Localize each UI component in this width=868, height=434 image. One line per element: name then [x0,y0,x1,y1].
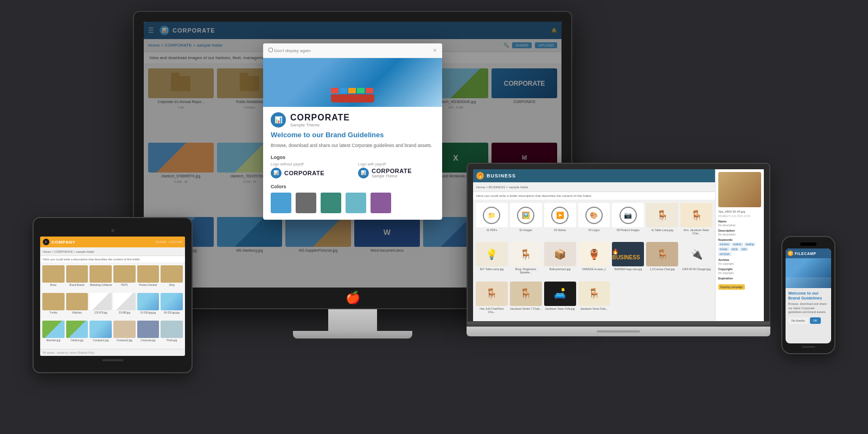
ipad-outer: C COMPANY SHARE UPLOAD Home > CORPORATE … [33,217,193,373]
filecamp-ok-button[interactable]: OK [810,317,821,324]
biz-label: BURNED-logo-size.jpg [614,267,642,271]
filecamp-cancel-button[interactable]: No thanks [788,317,808,324]
laptop-device: 🔥 BUSINESS Home > BUSINESS > sample fold… [467,163,770,336]
company-breadcrumb: Home > CORPORATE > sample folder [43,250,94,253]
biz-item[interactable]: 🔥 BUSINESS BURNED-logo-size.jpg [612,242,644,279]
co-item[interactable]: Outdoor.jpg [66,321,88,347]
co-item[interactable]: Brand Boards [66,265,88,291]
co-item[interactable]: Marketing Collateral [90,265,112,291]
co-label: Mountain.jpg [46,339,60,342]
color-swatch-teal [321,193,341,213]
co-label: 23-098.jpg [119,311,130,314]
biz-item[interactable]: 🪑 Burg. Dingemans Speekte... [510,242,542,279]
co-item[interactable]: Shop [161,265,183,291]
side-copyright-label: Copyright [718,267,761,271]
biz-item[interactable]: 🔌 1464 AP-W Charger.jpg [680,242,712,279]
co-item[interactable]: Watches [66,293,88,319]
biz-item[interactable]: 🏺 DANESE-w-vase_n [578,242,610,279]
co-item[interactable]: 10-330-jpg.jpg [137,293,159,319]
biz-item[interactable]: 🪑 Jacobsen Series 7 Chair... [510,282,542,318]
modal-colors-section: Colors [271,184,435,213]
company-upload-btn[interactable]: UPLOAD [169,240,182,244]
co-item[interactable]: 123-678.jpg [90,293,112,319]
side-tag[interactable]: outdoor [732,242,743,246]
biz-item[interactable]: 📷 05 Product Images [612,203,644,240]
biz-item[interactable]: 🪑 1,3 Corona Chair.jpg [646,242,678,279]
co-item[interactable]: 23-098.jpg [113,293,136,319]
business-fire-label: 🔥 BUSINESS [612,248,644,260]
co-item[interactable]: Brass [42,265,65,291]
co-item[interactable]: Product General [137,265,159,291]
biz-thumb: 🪑 [578,282,610,306]
side-expiration-label: Expiration [718,277,761,280]
folder-thumb [42,293,65,310]
laptop-base-notch [597,330,640,333]
furniture-icon: 🛋️ [544,282,576,306]
side-tag[interactable]: furniture [718,242,731,246]
furniture-icon: 🔌 [680,242,712,266]
side-filename: Ype_#903-26-44.jpg [718,210,761,213]
image-thumb [113,293,136,310]
company-share-btn[interactable]: SHARE [156,240,167,244]
logo-with-payoff: Logo with payoff 📊 CORPORATE Sample Them… [358,162,435,178]
status-badge: Expiring campaign [718,284,745,290]
furniture-icon: 🏺 [578,242,610,266]
company-toolbar: Home > CORPORATE > sample folder [40,247,185,256]
co-label: Company1.jpg [93,339,108,342]
co-item[interactable]: Company1.jpg [90,321,112,347]
biz-item[interactable]: 🪑 Arm. Jacobsen Swan Chai... [680,203,712,240]
biz-item[interactable]: 🪑 Jacobsen Swan Sofa... [578,282,610,318]
co-item[interactable]: Photo.jpg [161,321,183,347]
furniture-icon: 💡 [476,242,508,266]
modal-logos-title: Logos [271,155,435,160]
co-label: Shop [169,284,175,286]
co-item[interactable]: Corporate.jpg [137,321,159,347]
ipad-footer: 84 assets · sorted by: name (Shallow Pol… [40,349,185,356]
co-item[interactable]: PDFS [113,265,136,291]
pdfs-icon: 📁 [483,207,500,224]
co-item[interactable]: T-shirts [42,293,65,319]
side-tag[interactable]: teak [740,247,748,251]
filecamp-icon-letter: F [789,252,792,255]
co-item[interactable]: Company2.jpg [113,321,136,347]
co-label: Brass [50,284,57,286]
co-item[interactable]: Mountain.jpg [42,321,65,347]
biz-item[interactable]: 🖼️ 02 Images [510,203,542,240]
co-item[interactable]: 60-333-jpg.jpg [161,293,183,319]
dont-show-checkbox[interactable] [269,48,273,52]
biz-item[interactable]: 📁 01 PDFs [476,203,508,240]
biz-label: Arm. Jacobsen Swan Chai... [680,228,712,235]
business-toolbar: Home > BUSINESS > sample folder [473,182,715,192]
logo-icon-2: 📊 [358,168,369,178]
modal-header: Don't display again × [263,43,442,58]
modal-logos-section: Logos Logo without payoff 📊 CORPORATE [271,155,435,178]
folder-thumb [66,293,88,310]
side-tag[interactable]: seating [744,242,756,246]
product-images-icon: 📷 [620,207,637,224]
side-tags: furniture outdoor seating lounge wood te… [718,242,761,256]
laptop-screen-outer: 🔥 BUSINESS Home > BUSINESS > sample fold… [467,163,770,322]
biz-item[interactable]: 🪑 A) Table Lamp.jpg [646,203,678,240]
biz-label: Bulk-premium.jpg [550,267,571,271]
filecamp-app: F FILECAMP Welcome to our Brand Guidelin… [786,248,831,343]
furniture-icon: 🪑 [646,242,678,266]
furniture-icon: 🪑 [680,203,712,227]
biz-item[interactable]: 🛋️ Jacobsen Swan Sofa.jpg [544,282,576,318]
biz-label: DANESE-w-vase_n [582,267,606,271]
modal-description: Browse, download and share our latest Co… [271,142,435,149]
biz-item[interactable]: 🪑 Han Juhl ChairParis Cha... [476,282,508,318]
biz-item[interactable]: ▶️ 03 Videos [544,203,576,240]
modal-logo-title: CORPORATE [290,113,350,123]
side-name-value: No description [718,224,761,227]
business-main: 🔥 BUSINESS Home > BUSINESS > sample fold… [473,169,715,321]
side-tag[interactable]: armchair [718,252,731,256]
biz-thumb: 🪑 [476,282,508,306]
biz-item[interactable]: 🎨 04 Logos [578,203,610,240]
furniture-icon: 🪑 [510,282,542,306]
modal-close-button[interactable]: × [433,47,437,54]
side-tag[interactable]: lounge [718,247,729,251]
biz-label: Jacobsen Swan Sofa... [580,307,608,310]
side-tag[interactable]: wood [730,247,739,251]
biz-item[interactable]: 📦 Bulk-premium.jpg [544,242,576,279]
biz-item[interactable]: 💡 BLT Table Lamp.jpg [476,242,508,279]
